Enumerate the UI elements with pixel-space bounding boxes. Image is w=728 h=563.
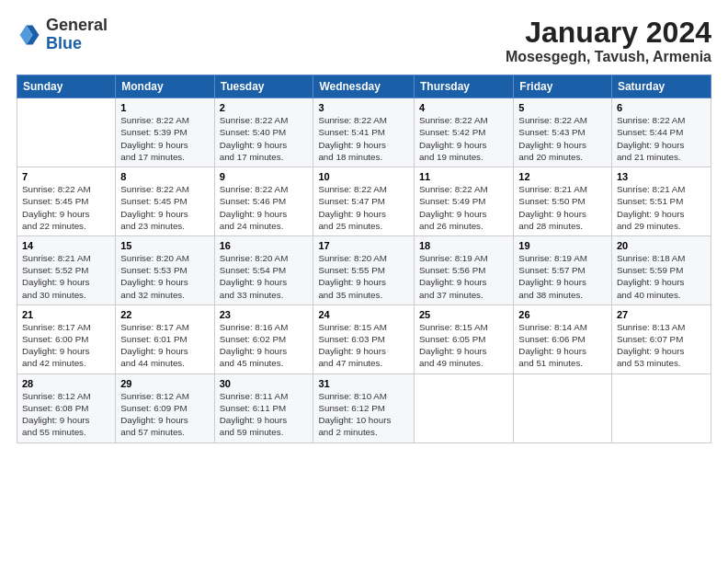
day-cell: 18Sunrise: 8:19 AMSunset: 5:56 PMDayligh… <box>415 236 514 304</box>
col-header-thursday: Thursday <box>415 75 514 98</box>
day-cell: 24Sunrise: 8:15 AMSunset: 6:03 PMDayligh… <box>313 304 415 373</box>
col-header-tuesday: Tuesday <box>214 75 313 98</box>
day-number: 6 <box>617 102 706 113</box>
day-info: Sunrise: 8:21 AMSunset: 5:51 PMDaylight:… <box>617 183 706 232</box>
day-number: 26 <box>518 309 607 320</box>
day-info: Sunrise: 8:22 AMSunset: 5:45 PMDaylight:… <box>22 183 110 232</box>
day-number: 1 <box>120 102 209 113</box>
day-cell: 9Sunrise: 8:22 AMSunset: 5:46 PMDaylight… <box>214 167 313 236</box>
day-info: Sunrise: 8:22 AMSunset: 5:39 PMDaylight:… <box>120 114 209 163</box>
day-number: 20 <box>617 240 706 251</box>
day-cell: 6Sunrise: 8:22 AMSunset: 5:44 PMDaylight… <box>611 98 711 167</box>
day-number: 14 <box>22 240 110 251</box>
day-info: Sunrise: 8:12 AMSunset: 6:09 PMDaylight:… <box>120 390 209 439</box>
day-number: 2 <box>220 102 309 113</box>
day-cell: 5Sunrise: 8:22 AMSunset: 5:43 PMDaylight… <box>514 98 612 167</box>
day-cell: 16Sunrise: 8:20 AMSunset: 5:54 PMDayligh… <box>214 236 313 304</box>
day-cell: 22Sunrise: 8:17 AMSunset: 6:01 PMDayligh… <box>116 304 214 373</box>
day-cell: 23Sunrise: 8:16 AMSunset: 6:02 PMDayligh… <box>214 304 313 373</box>
day-info: Sunrise: 8:22 AMSunset: 5:45 PMDaylight:… <box>120 183 209 232</box>
day-number: 13 <box>617 171 706 182</box>
day-info: Sunrise: 8:22 AMSunset: 5:41 PMDaylight:… <box>318 114 409 163</box>
day-number: 11 <box>419 171 508 182</box>
page-subtitle: Mosesgegh, Tavush, Armenia <box>506 49 711 65</box>
day-cell: 7Sunrise: 8:22 AMSunset: 5:45 PMDaylight… <box>17 167 116 236</box>
week-row-1: 1Sunrise: 8:22 AMSunset: 5:39 PMDaylight… <box>17 98 711 167</box>
page-title: January 2024 <box>506 17 711 49</box>
day-info: Sunrise: 8:22 AMSunset: 5:44 PMDaylight:… <box>617 114 706 163</box>
day-cell: 28Sunrise: 8:12 AMSunset: 6:08 PMDayligh… <box>17 373 116 442</box>
day-cell <box>514 373 612 442</box>
day-cell: 20Sunrise: 8:18 AMSunset: 5:59 PMDayligh… <box>611 236 711 304</box>
day-cell: 3Sunrise: 8:22 AMSunset: 5:41 PMDaylight… <box>313 98 415 167</box>
day-number: 22 <box>120 309 209 320</box>
day-cell: 13Sunrise: 8:21 AMSunset: 5:51 PMDayligh… <box>611 167 711 236</box>
day-info: Sunrise: 8:15 AMSunset: 6:03 PMDaylight:… <box>318 321 409 370</box>
logo-general-text: General <box>46 17 108 35</box>
day-cell: 4Sunrise: 8:22 AMSunset: 5:42 PMDaylight… <box>415 98 514 167</box>
day-cell: 30Sunrise: 8:11 AMSunset: 6:11 PMDayligh… <box>214 373 313 442</box>
day-info: Sunrise: 8:22 AMSunset: 5:46 PMDaylight:… <box>220 183 309 232</box>
day-cell: 11Sunrise: 8:22 AMSunset: 5:49 PMDayligh… <box>415 167 514 236</box>
day-cell: 25Sunrise: 8:15 AMSunset: 6:05 PMDayligh… <box>415 304 514 373</box>
day-number: 15 <box>120 240 209 251</box>
day-number: 28 <box>22 378 110 389</box>
day-info: Sunrise: 8:17 AMSunset: 6:01 PMDaylight:… <box>120 321 209 370</box>
col-header-monday: Monday <box>116 75 214 98</box>
day-info: Sunrise: 8:22 AMSunset: 5:42 PMDaylight:… <box>419 114 508 163</box>
day-cell: 10Sunrise: 8:22 AMSunset: 5:47 PMDayligh… <box>313 167 415 236</box>
day-info: Sunrise: 8:20 AMSunset: 5:54 PMDaylight:… <box>220 252 309 301</box>
day-info: Sunrise: 8:16 AMSunset: 6:02 PMDaylight:… <box>220 321 309 370</box>
day-info: Sunrise: 8:14 AMSunset: 6:06 PMDaylight:… <box>518 321 607 370</box>
day-info: Sunrise: 8:20 AMSunset: 5:53 PMDaylight:… <box>120 252 209 301</box>
col-header-wednesday: Wednesday <box>313 75 415 98</box>
day-info: Sunrise: 8:22 AMSunset: 5:49 PMDaylight:… <box>419 183 508 232</box>
day-info: Sunrise: 8:20 AMSunset: 5:55 PMDaylight:… <box>318 252 409 301</box>
day-info: Sunrise: 8:10 AMSunset: 6:12 PMDaylight:… <box>318 390 409 439</box>
day-cell: 19Sunrise: 8:19 AMSunset: 5:57 PMDayligh… <box>514 236 612 304</box>
day-number: 21 <box>22 309 110 320</box>
logo: General Blue <box>17 17 108 53</box>
day-number: 8 <box>120 171 209 182</box>
day-info: Sunrise: 8:15 AMSunset: 6:05 PMDaylight:… <box>419 321 508 370</box>
day-number: 7 <box>22 171 110 182</box>
day-number: 3 <box>318 102 409 113</box>
week-row-3: 14Sunrise: 8:21 AMSunset: 5:52 PMDayligh… <box>17 236 711 304</box>
day-number: 4 <box>419 102 508 113</box>
day-number: 31 <box>318 378 409 389</box>
day-info: Sunrise: 8:12 AMSunset: 6:08 PMDaylight:… <box>22 390 110 439</box>
page-header: General Blue January 2024 Mosesgegh, Tav… <box>17 17 711 65</box>
day-number: 12 <box>518 171 607 182</box>
col-header-sunday: Sunday <box>17 75 116 98</box>
day-number: 23 <box>220 309 309 320</box>
day-cell: 31Sunrise: 8:10 AMSunset: 6:12 PMDayligh… <box>313 373 415 442</box>
day-number: 19 <box>518 240 607 251</box>
day-number: 29 <box>120 378 209 389</box>
day-cell: 27Sunrise: 8:13 AMSunset: 6:07 PMDayligh… <box>611 304 711 373</box>
day-cell: 29Sunrise: 8:12 AMSunset: 6:09 PMDayligh… <box>116 373 214 442</box>
day-number: 5 <box>518 102 607 113</box>
logo-icon <box>17 22 42 48</box>
day-number: 18 <box>419 240 508 251</box>
day-cell: 12Sunrise: 8:21 AMSunset: 5:50 PMDayligh… <box>514 167 612 236</box>
day-info: Sunrise: 8:19 AMSunset: 5:56 PMDaylight:… <box>419 252 508 301</box>
day-cell: 26Sunrise: 8:14 AMSunset: 6:06 PMDayligh… <box>514 304 612 373</box>
day-info: Sunrise: 8:21 AMSunset: 5:52 PMDaylight:… <box>22 252 110 301</box>
day-cell: 21Sunrise: 8:17 AMSunset: 6:00 PMDayligh… <box>17 304 116 373</box>
week-row-4: 21Sunrise: 8:17 AMSunset: 6:00 PMDayligh… <box>17 304 711 373</box>
day-info: Sunrise: 8:11 AMSunset: 6:11 PMDaylight:… <box>220 390 309 439</box>
day-cell <box>415 373 514 442</box>
week-row-5: 28Sunrise: 8:12 AMSunset: 6:08 PMDayligh… <box>17 373 711 442</box>
day-number: 9 <box>220 171 309 182</box>
day-cell: 1Sunrise: 8:22 AMSunset: 5:39 PMDaylight… <box>116 98 214 167</box>
day-cell <box>17 98 116 167</box>
day-number: 24 <box>318 309 409 320</box>
col-header-saturday: Saturday <box>611 75 711 98</box>
day-number: 30 <box>220 378 309 389</box>
day-info: Sunrise: 8:22 AMSunset: 5:43 PMDaylight:… <box>518 114 607 163</box>
day-number: 27 <box>617 309 706 320</box>
day-cell <box>611 373 711 442</box>
day-cell: 2Sunrise: 8:22 AMSunset: 5:40 PMDaylight… <box>214 98 313 167</box>
day-cell: 8Sunrise: 8:22 AMSunset: 5:45 PMDaylight… <box>116 167 214 236</box>
title-block: January 2024 Mosesgegh, Tavush, Armenia <box>506 17 711 65</box>
